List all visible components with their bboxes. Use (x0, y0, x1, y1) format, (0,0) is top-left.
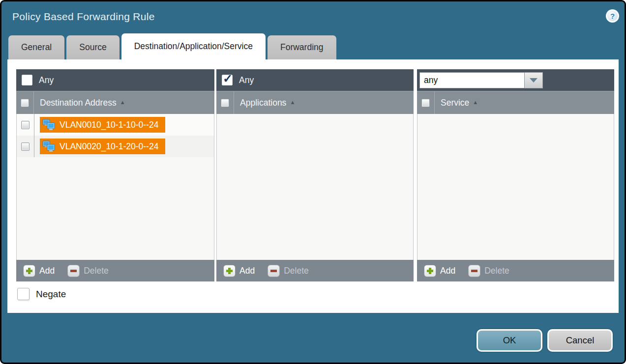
address-entry-label: VLAN0010_10-1-10-0--24 (60, 120, 158, 130)
destination-list: VLAN0010_10-1-10-0--24 VLAN00 (16, 114, 214, 260)
help-icon[interactable]: ? (606, 9, 619, 23)
tab-bar: General Source Destination/Application/S… (8, 33, 336, 59)
service-column-header: Service ▲ (417, 91, 614, 114)
service-list (417, 114, 614, 260)
negate-checkbox[interactable] (17, 288, 30, 300)
minus-icon (268, 265, 280, 277)
applications-list (216, 114, 414, 260)
service-dropdown-value[interactable]: any (419, 72, 525, 88)
table-row: VLAN0010_10-1-10-0--24 (17, 114, 214, 136)
delete-button-label: Delete (484, 266, 509, 276)
address-entry[interactable]: VLAN0020_10-1-20-0--24 (40, 139, 165, 154)
service-panel: any Service ▲ Add Delete (417, 69, 614, 281)
service-dropdown-bar: any (417, 69, 614, 91)
row-gutter (17, 114, 34, 136)
tab-general[interactable]: General (8, 35, 64, 59)
service-header-gutter (417, 91, 435, 114)
destination-any-bar: Any (16, 69, 214, 91)
address-entry[interactable]: VLAN0010_10-1-10-0--24 (40, 117, 165, 133)
destination-address-panel: Any Destination Address ▲ (16, 69, 214, 281)
network-address-icon (42, 119, 56, 131)
service-dropdown-button[interactable] (525, 72, 543, 88)
table-row: VLAN0020_10-1-20-0--24 (17, 136, 214, 157)
cancel-button[interactable]: Cancel (547, 329, 613, 352)
applications-panel: Any Applications ▲ Add Delete (216, 69, 414, 281)
add-button-label: Add (440, 266, 455, 276)
add-button[interactable]: Add (424, 265, 455, 277)
delete-button[interactable]: Delete (268, 265, 309, 277)
applications-any-label: Any (239, 75, 254, 85)
applications-column-header: Applications ▲ (216, 91, 414, 114)
applications-header-label[interactable]: Applications (240, 98, 286, 108)
tab-forwarding[interactable]: Forwarding (268, 35, 336, 59)
negate-option: Negate (17, 288, 66, 300)
plus-icon (223, 265, 236, 277)
address-entry-label: VLAN0020_10-1-20-0--24 (60, 141, 158, 152)
delete-button[interactable]: Delete (468, 265, 509, 277)
minus-icon (468, 265, 480, 277)
service-footer: Add Delete (417, 260, 614, 281)
plus-icon (23, 265, 35, 277)
destination-any-label: Any (39, 75, 54, 85)
tab-source[interactable]: Source (66, 35, 119, 59)
applications-header-gutter (216, 91, 234, 114)
dialog-title: Policy Based Forwarding Rule (12, 11, 155, 23)
destination-header-gutter (16, 91, 34, 114)
applications-any-bar: Any (216, 69, 414, 91)
destination-selectall-checkbox[interactable] (21, 99, 29, 107)
add-button-label: Add (239, 266, 255, 276)
network-address-icon (42, 140, 56, 152)
add-button-label: Add (39, 266, 55, 276)
service-header-label[interactable]: Service (441, 98, 469, 108)
service-dropdown: any (419, 72, 543, 88)
service-selectall-checkbox[interactable] (421, 99, 430, 107)
add-button[interactable]: Add (223, 265, 255, 277)
delete-button-label: Delete (284, 266, 309, 276)
tab-destination-application-service[interactable]: Destination/Application/Service (121, 33, 266, 59)
negate-label: Negate (36, 289, 66, 300)
destination-header-label[interactable]: Destination Address (40, 98, 117, 108)
applications-footer: Add Delete (216, 260, 414, 281)
sort-ascending-icon[interactable]: ▲ (290, 99, 295, 105)
policy-based-forwarding-dialog: Policy Based Forwarding Rule ? General S… (0, 0, 626, 364)
delete-button[interactable]: Delete (67, 265, 109, 277)
plus-icon (424, 265, 436, 277)
add-button[interactable]: Add (23, 265, 55, 277)
applications-selectall-checkbox[interactable] (221, 99, 229, 107)
sort-ascending-icon[interactable]: ▲ (120, 99, 125, 105)
row-checkbox[interactable] (21, 142, 30, 151)
row-gutter (17, 136, 34, 157)
destination-footer: Add Delete (16, 260, 214, 281)
chevron-down-icon (530, 78, 537, 83)
destination-column-header: Destination Address ▲ (16, 91, 214, 114)
applications-any-checkbox[interactable] (222, 75, 233, 85)
ok-button[interactable]: OK (477, 329, 542, 352)
row-checkbox[interactable] (21, 121, 30, 129)
minus-icon (67, 265, 80, 277)
delete-button-label: Delete (84, 266, 109, 276)
sort-ascending-icon[interactable]: ▲ (473, 99, 478, 105)
destination-any-checkbox[interactable] (22, 75, 32, 85)
